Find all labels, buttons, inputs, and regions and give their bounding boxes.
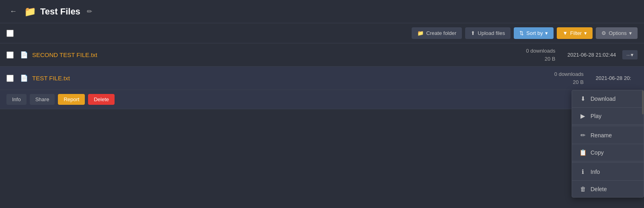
- more-button-1[interactable]: ···▾: [622, 50, 638, 59]
- sort-by-button[interactable]: ⇅ Sort by ▾: [514, 27, 554, 39]
- file-meta-1: 0 downloads 20 B: [526, 47, 555, 63]
- page-title: Test Files: [40, 6, 80, 17]
- filter-label: Filter: [570, 30, 582, 36]
- select-all-checkbox[interactable]: [6, 30, 14, 37]
- filter-chevron-icon: ▾: [584, 30, 587, 36]
- upload-files-button[interactable]: ⬆ Upload files: [465, 27, 511, 39]
- context-menu: ⬇ Download ▶ Play ✏ Rename 📋 Copy ℹ Info: [572, 90, 644, 198]
- menu-item-rename[interactable]: ✏ Rename: [572, 127, 644, 144]
- file-checkbox-2[interactable]: [6, 75, 14, 82]
- options-button[interactable]: ⚙ Options ▾: [596, 27, 638, 39]
- menu-item-copy[interactable]: 📋 Copy: [572, 144, 644, 161]
- file-downloads-2: 0 downloads: [554, 70, 584, 78]
- file-list: 📄 SECOND TEST FILE.txt 0 downloads 20 B …: [0, 43, 644, 109]
- file-date-2: 2021-06-28 20:: [596, 75, 631, 81]
- menu-label-delete: Delete: [591, 186, 607, 192]
- info-button[interactable]: Info: [6, 94, 27, 105]
- file-size-2: 20 B: [554, 78, 584, 86]
- menu-item-info[interactable]: ℹ Info: [572, 163, 644, 181]
- menu-divider-1: [572, 126, 644, 126]
- file-name-2[interactable]: TEST FILE.txt: [32, 75, 554, 82]
- gear-icon: ⚙: [601, 30, 606, 36]
- file-icon-2: 📄: [20, 74, 28, 82]
- scroll-indicator: [642, 90, 644, 114]
- delete-button[interactable]: Delete: [88, 94, 115, 105]
- edit-title-icon[interactable]: ✏: [87, 8, 92, 15]
- menu-item-delete[interactable]: 🗑 Delete: [572, 181, 644, 197]
- create-folder-button[interactable]: 📁 Create folder: [412, 27, 462, 39]
- menu-label-copy: Copy: [591, 149, 604, 156]
- menu-label-play: Play: [591, 113, 601, 119]
- file-date-1: 2021-06-28 21:02:44: [567, 52, 616, 58]
- menu-label-rename: Rename: [591, 132, 612, 139]
- file-name-1[interactable]: SECOND TEST FILE.txt: [32, 51, 526, 58]
- sort-chevron-icon: ▾: [545, 30, 548, 36]
- report-button[interactable]: Report: [58, 94, 85, 105]
- create-folder-icon: 📁: [417, 30, 424, 36]
- upload-files-label: Upload files: [478, 30, 505, 36]
- file-checkbox-1[interactable]: [6, 51, 14, 59]
- copy-icon: 📋: [579, 149, 587, 156]
- header-bar: ← 📁 Test Files ✏: [0, 0, 644, 23]
- trash-icon: 🗑: [579, 186, 587, 192]
- file-icon-1: 📄: [20, 51, 28, 59]
- create-folder-label: Create folder: [426, 30, 456, 36]
- rename-icon: ✏: [579, 132, 587, 139]
- expanded-actions-row: Info Share Report Delete 📅 2021-06-28 20…: [0, 90, 644, 109]
- filter-button[interactable]: ▼ Filter ▾: [557, 27, 593, 39]
- play-icon: ▶: [579, 112, 587, 120]
- share-button[interactable]: Share: [30, 94, 55, 105]
- file-meta-2: 0 downloads 20 B: [554, 70, 584, 86]
- info-icon: ℹ: [579, 168, 587, 175]
- toolbar: 📁 Create folder ⬆ Upload files ⇅ Sort by…: [0, 23, 644, 43]
- menu-item-play[interactable]: ▶ Play: [572, 108, 644, 125]
- upload-icon: ⬆: [471, 30, 475, 36]
- filter-icon: ▼: [562, 30, 568, 36]
- menu-label-download: Download: [591, 96, 615, 102]
- sort-icon: ⇅: [519, 30, 524, 36]
- back-button[interactable]: ←: [6, 6, 20, 17]
- download-icon: ⬇: [579, 95, 587, 102]
- file-row: 📄 SECOND TEST FILE.txt 0 downloads 20 B …: [0, 43, 644, 67]
- menu-divider-2: [572, 162, 644, 163]
- folder-icon: 📁: [24, 6, 36, 17]
- file-size-1: 20 B: [526, 55, 555, 63]
- sort-by-label: Sort by: [526, 30, 543, 36]
- menu-item-download[interactable]: ⬇ Download: [572, 90, 644, 108]
- options-label: Options: [609, 30, 627, 36]
- menu-label-info: Info: [591, 169, 600, 175]
- file-downloads-1: 0 downloads: [526, 47, 555, 55]
- file-row-expanded: 📄 TEST FILE.txt 0 downloads 20 B 2021-06…: [0, 67, 644, 90]
- options-chevron-icon: ▾: [629, 30, 632, 36]
